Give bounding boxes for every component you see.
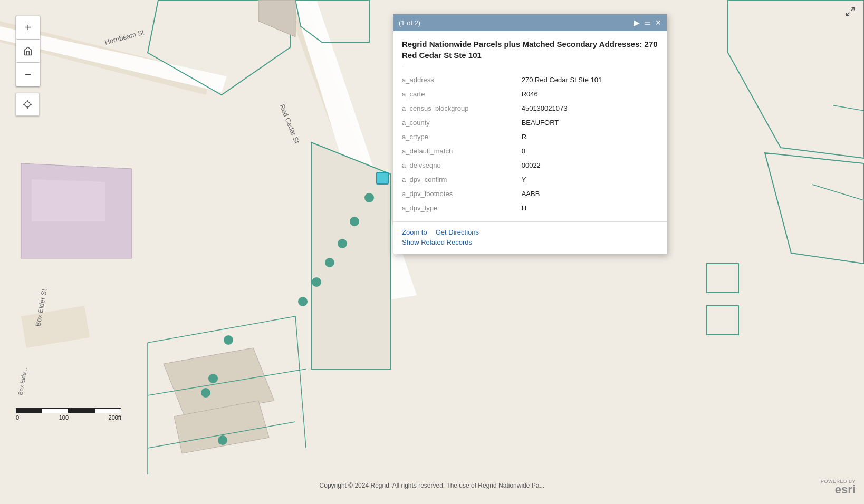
table-row: a_address 270 Red Cedar St Ste 101 <box>402 73 658 87</box>
get-directions-link[interactable]: Get Directions <box>436 228 479 236</box>
scale-labels: 0 100 200ft <box>16 414 121 421</box>
field-label: a_dpv_footnotes <box>402 187 517 201</box>
svg-rect-30 <box>377 172 388 184</box>
field-label: a_dpv_confirm <box>402 172 517 187</box>
table-row: a_delvseqno 00022 <box>402 158 658 172</box>
table-row: a_crtype R <box>402 130 658 144</box>
svg-point-24 <box>312 277 321 287</box>
scale-label-100: 100 <box>59 414 69 421</box>
expand-icon[interactable] <box>845 6 856 20</box>
field-value: 450130021073 <box>517 101 658 115</box>
field-label: a_carte <box>402 87 517 101</box>
table-row: a_default_match 0 <box>402 144 658 158</box>
popup-counter: (1 of 2) <box>399 19 420 27</box>
popup-footer-links: Zoom to Get Directions <box>402 228 658 236</box>
table-row: a_county BEAUFORT <box>402 115 658 130</box>
zoom-in-button[interactable]: + <box>16 16 40 40</box>
popup-separator <box>393 221 667 222</box>
svg-point-26 <box>224 335 233 345</box>
svg-point-23 <box>325 258 334 267</box>
field-label: a_address <box>402 73 517 87</box>
field-value: AABB <box>517 187 658 201</box>
field-label: a_crtype <box>402 130 517 144</box>
svg-marker-10 <box>32 179 105 221</box>
popup-close-button[interactable]: ✕ <box>655 18 661 27</box>
svg-point-35 <box>25 102 30 107</box>
scale-label-0: 0 <box>16 414 19 421</box>
table-row: a_dpv_confirm Y <box>402 172 658 187</box>
map-controls: + − <box>16 16 40 116</box>
zoom-controls: + − <box>16 16 40 86</box>
table-row: a_dpv_footnotes AABB <box>402 187 658 201</box>
svg-point-29 <box>218 435 227 445</box>
svg-point-27 <box>208 374 218 383</box>
field-label: a_default_match <box>402 144 517 158</box>
popup-feature-title: Regrid Nationwide Parcels plus Matched S… <box>402 38 658 66</box>
svg-point-25 <box>298 297 308 306</box>
field-value: 0 <box>517 144 658 158</box>
popup-footer: Zoom to Get Directions Show Related Reco… <box>393 225 667 254</box>
popup-body: Regrid Nationwide Parcels plus Matched S… <box>393 31 667 221</box>
zoom-to-link[interactable]: Zoom to <box>402 228 427 236</box>
svg-line-40 <box>851 8 855 11</box>
zoom-out-button[interactable]: − <box>16 63 40 86</box>
scale-bar: 0 100 200ft <box>16 408 121 421</box>
popup-next-button[interactable]: ▶ <box>634 18 640 27</box>
svg-point-28 <box>201 388 210 398</box>
field-value: Y <box>517 172 658 187</box>
field-value: R <box>517 130 658 144</box>
field-label: a_census_blockgroup <box>402 101 517 115</box>
locate-button[interactable] <box>16 93 39 116</box>
field-label: a_delvseqno <box>402 158 517 172</box>
field-label: a_dpv_type <box>402 201 517 215</box>
table-row: a_dpv_type H <box>402 201 658 215</box>
field-value: H <box>517 201 658 215</box>
svg-line-41 <box>847 13 850 16</box>
esri-brand-text: esri <box>821 484 856 496</box>
home-button[interactable] <box>16 40 40 63</box>
copyright-text: Copyright © 2024 Regrid, All rights rese… <box>320 482 545 489</box>
popup-fields: a_address 270 Red Cedar St Ste 101 a_car… <box>402 73 658 215</box>
table-row: a_census_blockgroup 450130021073 <box>402 101 658 115</box>
popup-minimize-button[interactable]: ▭ <box>644 18 651 27</box>
field-value: R046 <box>517 87 658 101</box>
svg-point-22 <box>338 239 347 248</box>
feature-popup: (1 of 2) ▶ ▭ ✕ Regrid Nationwide Parcels… <box>393 14 667 254</box>
field-value: 00022 <box>517 158 658 172</box>
popup-header-controls: ▶ ▭ ✕ <box>634 18 661 27</box>
scale-label-200: 200ft <box>109 414 121 421</box>
svg-point-20 <box>364 193 374 202</box>
show-related-records-link[interactable]: Show Related Records <box>402 238 472 246</box>
field-label: a_county <box>402 115 517 130</box>
field-value: BEAUFORT <box>517 115 658 130</box>
popup-header: (1 of 2) ▶ ▭ ✕ <box>393 14 667 31</box>
esri-logo: POWERED BY esri <box>821 479 856 496</box>
table-row: a_carte R046 <box>402 87 658 101</box>
svg-point-21 <box>350 217 359 226</box>
scale-bar-line <box>16 408 121 413</box>
field-value: 270 Red Cedar St Ste 101 <box>517 73 658 87</box>
